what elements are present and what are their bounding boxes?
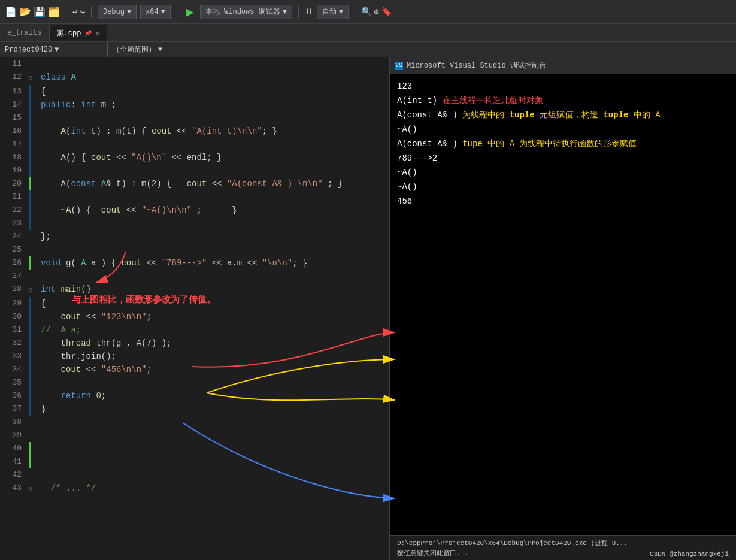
console-line-aint: A(int t) 在主线程中构造此临时对象 xyxy=(397,93,729,108)
code-line-27: 27 xyxy=(0,270,389,283)
code-line-12: 12 ⊟ class A xyxy=(0,71,389,85)
code-line-32: 32 thread thr(g , A(7) ); xyxy=(0,337,389,350)
save-icon[interactable]: 💾 xyxy=(34,6,46,18)
toolbar-debug-icons: ⏸ xyxy=(305,7,313,17)
scope-bar: Project0420 ▼ （全局范围） ▼ xyxy=(0,42,736,57)
chevron-down-icon: ▼ xyxy=(339,8,343,16)
console-line-destructor3: ~A() xyxy=(397,180,729,194)
console-panel: VS Microsoft Visual Studio 调试控制台 123 A(i… xyxy=(389,57,736,560)
code-line-22: 22 ~A() { cout << "~A()\n\n" ; } xyxy=(0,204,389,217)
code-line-34: 34 cout << "456\n\n"; xyxy=(0,363,389,376)
save-all-icon[interactable]: 🗂️ xyxy=(48,6,60,18)
console-line-aconst2: A(const A& ) tupe 中的 A 为线程中待执行函数的形参赋值 xyxy=(397,137,729,151)
search-icon[interactable]: 🔍 xyxy=(361,7,371,17)
code-line-29: 29 { xyxy=(0,297,389,310)
console-line-destructor2: ~A() xyxy=(397,165,729,180)
code-line-25: 25 xyxy=(0,243,389,256)
code-line-17: 17 xyxy=(0,138,389,151)
chevron-down-icon: ▼ xyxy=(158,46,162,54)
fold-icon[interactable]: ⊟ xyxy=(29,75,32,81)
toolbar: 📄 📂 💾 🗂️ ↩ ↪ Debug ▼ x64 ▼ ▶ 本地 Windows … xyxy=(0,0,736,24)
sep3 xyxy=(177,6,177,18)
code-line-20: 20 A(const A& t) : m(2) { cout << "A(con… xyxy=(0,177,389,190)
code-line-36: 36 return 0; xyxy=(0,389,389,402)
console-title: Microsoft Visual Studio 调试控制台 xyxy=(407,60,546,71)
sep1 xyxy=(66,6,66,18)
fold-icon[interactable]: ⊟ xyxy=(29,287,32,293)
run-button[interactable]: ▶ xyxy=(183,4,196,20)
code-line-43: 43 ⊞ /* ... */ xyxy=(0,482,389,496)
code-line-37: 37 } xyxy=(0,402,389,416)
console-titlebar: VS Microsoft Visual Studio 调试控制台 xyxy=(390,57,736,74)
fold-icon[interactable]: ⊞ xyxy=(29,486,32,492)
console-line-aconst1: A(const A& ) 为线程中的 tuple 元组赋值，构造 tuple 中… xyxy=(397,108,729,122)
code-line-18: 18 A() { cout << "A()\n" << endl; } xyxy=(0,151,389,164)
tab-label: e_traits xyxy=(7,29,42,37)
code-line-23: 23 xyxy=(0,217,389,230)
run-dropdown[interactable]: 本地 Windows 调试器 ▼ xyxy=(200,5,292,19)
code-line-28: 28 ⊟ int main() xyxy=(0,283,389,297)
chevron-down-icon: ▼ xyxy=(283,8,287,16)
tab-pin-icon[interactable]: 📌 xyxy=(84,30,92,37)
code-line-41: 41 xyxy=(0,455,389,468)
undo-icon[interactable]: ↩ xyxy=(72,7,77,17)
console-footer-path: D:\cppProj\Project0420\x64\Debug\Project… xyxy=(397,538,628,547)
code-line-39: 39 xyxy=(0,429,389,442)
tab-bar: e_traits 源.cpp 📌 ✕ xyxy=(0,24,736,42)
code-line-15: 15 xyxy=(0,111,389,125)
new-file-icon[interactable]: 📄 xyxy=(5,6,17,18)
console-line-456: 456 xyxy=(397,194,729,208)
sep2 xyxy=(91,6,92,18)
project-scope[interactable]: Project0420 ▼ xyxy=(0,42,108,57)
settings-icon[interactable]: ⚙ xyxy=(374,7,378,17)
auto-dropdown[interactable]: 自动 ▼ xyxy=(317,5,349,19)
toolbar-right-icons: 🔍 ⚙ 🔖 xyxy=(361,7,391,17)
code-editor[interactable]: 11 12 ⊟ class A 13 { 14 public: int m ; xyxy=(0,57,389,560)
code-line-33: 33 thr.join(); xyxy=(0,350,389,363)
console-line-789: 789--->2 xyxy=(397,151,729,165)
console-footer-close: 按任意键关闭此窗口. . . xyxy=(397,549,628,558)
sep4 xyxy=(298,6,299,18)
tab-source-cpp[interactable]: 源.cpp 📌 ✕ xyxy=(50,25,107,41)
code-line-31: 31 // A a; xyxy=(0,323,389,337)
console-content[interactable]: 123 A(int t) 在主线程中构造此临时对象 A(const A& ) 为… xyxy=(390,74,736,535)
bookmark-icon[interactable]: 🔖 xyxy=(381,7,392,17)
console-footer: D:\cppProj\Project0420\x64\Debug\Project… xyxy=(390,535,736,560)
code-line-16: 16 A(int t) : m(t) { cout << "A(int t)\n… xyxy=(0,125,389,138)
code-line-13: 13 { xyxy=(0,85,389,98)
sep5 xyxy=(355,6,355,18)
code-line-40: 40 xyxy=(0,442,389,455)
code-line-21: 21 xyxy=(0,190,389,204)
tab-e-traits[interactable]: e_traits xyxy=(0,25,50,41)
toolbar-left-icons: 📄 📂 💾 🗂️ xyxy=(5,6,60,18)
chevron-down-icon: ▼ xyxy=(54,46,59,54)
console-line-destructor1: ~A() xyxy=(397,122,729,137)
chevron-down-icon: ▼ xyxy=(161,8,165,16)
tab-label: 源.cpp xyxy=(57,28,81,38)
code-content: 11 12 ⊟ class A 13 { 14 public: int m ; xyxy=(0,57,389,496)
code-line-42: 42 xyxy=(0,468,389,482)
code-line-19: 19 xyxy=(0,164,389,177)
console-footer-author: CSDN @zhangzhangkeji xyxy=(650,550,729,558)
debug-icon[interactable]: ⏸ xyxy=(305,7,313,17)
code-line-30: 30 cout << "123\n\n"; xyxy=(0,310,389,323)
code-line-35: 35 xyxy=(0,376,389,389)
console-line-123: 123 xyxy=(397,79,729,93)
range-scope[interactable]: （全局范围） ▼ xyxy=(108,44,736,55)
vs-icon: VS xyxy=(395,62,403,70)
code-line-11: 11 xyxy=(0,57,389,71)
code-line-24: 24 }; xyxy=(0,230,389,243)
code-line-26: 26 void g( A a ) { cout << "789--->" << … xyxy=(0,256,389,270)
toolbar-undo-icons: ↩ ↪ xyxy=(72,7,85,17)
redo-icon[interactable]: ↪ xyxy=(80,7,84,17)
editor-area: 11 12 ⊟ class A 13 { 14 public: int m ; xyxy=(0,57,736,560)
arch-dropdown[interactable]: x64 ▼ xyxy=(140,5,171,19)
tab-close-button[interactable]: ✕ xyxy=(95,29,99,37)
config-dropdown[interactable]: Debug ▼ xyxy=(98,5,137,19)
open-icon[interactable]: 📂 xyxy=(19,6,31,18)
chevron-down-icon: ▼ xyxy=(127,8,131,16)
code-line-14: 14 public: int m ; xyxy=(0,98,389,111)
code-line-38: 38 xyxy=(0,416,389,429)
